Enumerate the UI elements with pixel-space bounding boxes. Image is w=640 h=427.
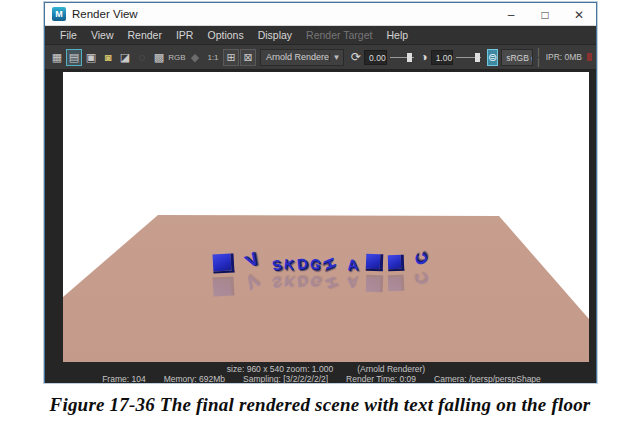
ipr-memory-label: IPR: 0MB — [546, 52, 582, 62]
maya-app-icon: M — [52, 7, 66, 21]
menu-item-options[interactable]: Options — [200, 26, 250, 45]
status-segment: Sampling: [3/2/2/2/2/2] — [243, 374, 328, 384]
minimize-button[interactable]: – — [494, 3, 528, 26]
menu-item-view[interactable]: View — [84, 26, 121, 45]
renderer-dropdown[interactable]: Arnold Renderer ▼ — [260, 49, 344, 66]
one-to-one-icon[interactable]: 1:1 — [204, 49, 222, 66]
remove-image-icon[interactable]: ⊠ — [240, 49, 256, 66]
status-segment: Camera: /persp/perspShape — [434, 374, 541, 384]
toolbar-icon-group: ▦▤▣◙◪◌▩RGB◆1:1⊞⊠ — [49, 49, 257, 66]
refresh-render-icon[interactable]: ⟳ — [351, 50, 361, 64]
stop-ipr-icon[interactable] — [587, 53, 592, 61]
menu-bar: FileViewRenderIPROptionsDisplayRender Ta… — [45, 26, 596, 45]
title-bar[interactable]: M Render View –□✕ — [45, 3, 596, 26]
letter-cube — [213, 253, 235, 273]
render-settings-icon[interactable]: ▩ — [151, 49, 167, 66]
status-segment: Frame: 104 — [102, 374, 145, 384]
status-segment: Render Time: 0:09 — [346, 374, 416, 384]
render-current-frame-icon[interactable]: ▦ — [49, 49, 65, 66]
render-view-window: M Render View –□✕ FileViewRenderIPROptio… — [44, 2, 597, 383]
floor-plane — [63, 72, 589, 362]
letter-cube — [213, 276, 235, 296]
gamma-field[interactable]: 1.00 — [431, 50, 454, 65]
exposure-slider[interactable] — [390, 50, 415, 65]
letter-glyph: K — [283, 275, 295, 290]
maximize-button[interactable]: □ — [528, 3, 562, 26]
gamma-slider[interactable] — [456, 50, 481, 65]
render-area: VVSSKKDDGGHHAACC size: 960 x 540 zoom: 1… — [45, 70, 596, 383]
close-button[interactable]: ✕ — [562, 3, 596, 26]
snapshot-icon[interactable]: ▣ — [83, 49, 99, 66]
pause-ipr-icon[interactable]: ◌ — [134, 49, 150, 66]
ipr-render-icon[interactable]: ◙ — [100, 49, 116, 66]
redo-previous-render-icon[interactable]: ▤ — [66, 49, 82, 66]
letter-glyph: A — [346, 257, 358, 273]
letter-cube — [388, 255, 405, 272]
alpha-channel-icon[interactable]: ◆ — [187, 49, 203, 66]
letter-glyph: D — [296, 274, 308, 290]
pause-ipr-icon[interactable]: | | — [537, 47, 541, 67]
render-region-icon[interactable]: ◪ — [117, 49, 133, 66]
color-space-dropdown[interactable]: sRGB gamm — [501, 49, 533, 66]
rgb-channels-icon[interactable]: RGB — [168, 49, 186, 66]
toolbar: ▦▤▣◙◪◌▩RGB◆1:1⊞⊠ Arnold Renderer ▼ ⟳ 0.0… — [45, 45, 596, 70]
status-segment: size: 960 x 540 zoom: 1.000 — [227, 364, 333, 374]
window-title: Render View — [72, 8, 138, 20]
figure-caption: Figure 17-36 The final rendered scene wi… — [0, 394, 640, 416]
slider-handle[interactable] — [475, 53, 480, 62]
color-management-toggle[interactable]: ⊜ — [487, 49, 498, 66]
contrast-icon: ◑ — [420, 50, 427, 64]
status-segment: (Arnold Renderer) — [357, 364, 425, 374]
status-segment: Memory: 692Mb — [164, 374, 225, 384]
page: M Render View –□✕ FileViewRenderIPROptio… — [0, 0, 640, 427]
menu-item-file[interactable]: File — [53, 26, 84, 45]
menu-item-display[interactable]: Display — [251, 26, 299, 45]
chevron-down-icon: ▼ — [329, 53, 343, 62]
keep-image-icon[interactable]: ⊞ — [223, 49, 239, 66]
renderer-dropdown-value: Arnold Renderer — [261, 52, 329, 62]
render-stats-status: Frame: 104Memory: 692MbSampling: [3/2/2/… — [45, 374, 598, 384]
exposure-field[interactable]: 0.00 — [364, 50, 387, 65]
letter-glyph: K — [283, 257, 295, 272]
letter-cube — [366, 275, 384, 293]
menu-item-render[interactable]: Render — [121, 26, 169, 45]
letter-glyph: A — [346, 276, 358, 292]
rendered-image[interactable]: VVSSKKDDGGHHAACC — [63, 72, 589, 362]
window-controls: –□✕ — [494, 3, 596, 26]
image-size-status: size: 960 x 540 zoom: 1.000(Arnold Rende… — [63, 364, 589, 374]
menu-item-render-target: Render Target — [299, 26, 379, 45]
letter-cube — [388, 275, 405, 292]
letter-glyph: D — [296, 255, 308, 271]
letter-cube — [366, 254, 384, 272]
menu-item-ipr[interactable]: IPR — [169, 26, 201, 45]
slider-handle[interactable] — [407, 53, 412, 62]
menu-item-help[interactable]: Help — [379, 26, 415, 45]
